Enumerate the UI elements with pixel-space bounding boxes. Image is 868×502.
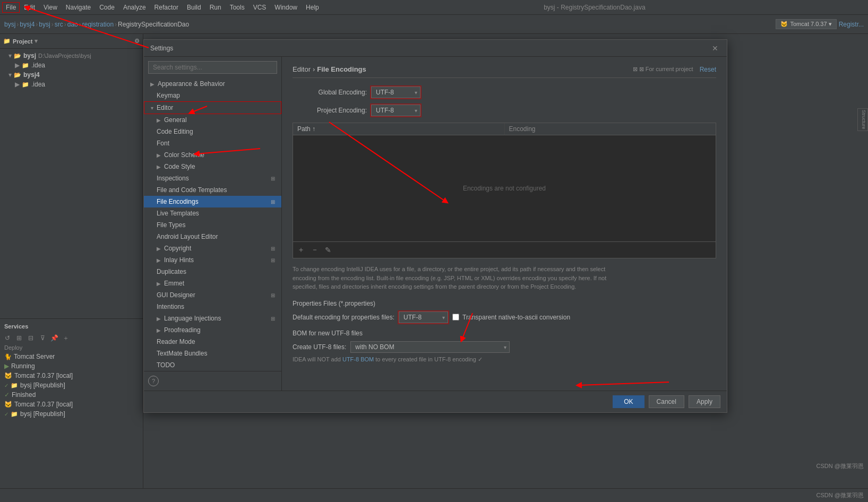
menu-tools[interactable]: Tools (226, 3, 249, 12)
bysj-republish2-item[interactable]: ✓ 📁 bysj [Republish] (0, 409, 143, 419)
nav-android-layout-editor[interactable]: Android Layout Editor (144, 231, 281, 243)
nav-inlay-hints[interactable]: ▶ Inlay Hints ⊞ (144, 254, 281, 266)
breadcrumb-dao[interactable]: dao (67, 21, 78, 28)
global-encoding-select[interactable]: UTF-8 ISO-8859-1 GBK (371, 86, 420, 98)
nav-gui-designer[interactable]: GUI Designer ⊞ (144, 289, 281, 301)
nav-file-code-templates[interactable]: File and Code Templates (144, 184, 281, 196)
menu-help[interactable]: Help (302, 3, 323, 12)
reset-button[interactable]: Reset (700, 66, 716, 73)
settings-search-input[interactable] (148, 61, 277, 74)
pin-icon[interactable]: 📌 (49, 333, 59, 343)
tomcat-server-item[interactable]: 🐈 Tomcat Server (0, 352, 143, 361)
tree-label: .idea (31, 81, 45, 88)
bom-select[interactable]: with NO BOM with BOM (350, 341, 510, 353)
edit-row-button[interactable]: ✎ (323, 245, 333, 255)
dialog-close-button[interactable]: ✕ (710, 43, 720, 54)
project-encoding-select[interactable]: UTF-8 ISO-8859-1 GBK (371, 105, 420, 116)
nav-copyright[interactable]: ▶ Copyright ⊞ (144, 243, 281, 254)
expand-icon: ▶ (15, 62, 20, 69)
nav-intentions[interactable]: Intentions (144, 301, 281, 313)
menu-run[interactable]: Run (205, 3, 226, 12)
table-header: Path ↑ Encoding (293, 123, 716, 135)
finished-item[interactable]: ✓ Finished (0, 390, 143, 400)
nav-label: Proofreading (164, 326, 201, 334)
menu-edit[interactable]: Edit (20, 3, 39, 12)
nav-todo[interactable]: TODO (144, 359, 281, 371)
breadcrumb-bysj4[interactable]: bysj4 (20, 21, 35, 28)
collapse-all-icon[interactable]: ⊟ (25, 333, 36, 343)
settings-search-area (144, 57, 281, 78)
help-button[interactable]: ? (148, 376, 159, 386)
tree-item-bysj4[interactable]: ▾ 📂 bysj4 (0, 70, 143, 80)
nav-font[interactable]: Font (144, 137, 281, 149)
panel-dropdown[interactable]: ▾ (35, 38, 38, 45)
side-tabs: Structure (857, 108, 868, 131)
nav-label: File Encodings (157, 198, 199, 205)
nav-file-types[interactable]: File Types (144, 219, 281, 231)
menu-view[interactable]: View (39, 3, 62, 12)
nav-duplicates[interactable]: Duplicates (144, 266, 281, 278)
menu-analyze[interactable]: Analyze (119, 3, 150, 12)
expand-all-icon[interactable]: ⊞ (14, 333, 24, 343)
breadcrumb-bysj[interactable]: bysj (39, 21, 50, 28)
tree-item-idea-1[interactable]: ▶ 📁 .idea (0, 60, 143, 70)
nav-file-encodings[interactable]: File Encodings ⊞ (144, 196, 281, 207)
nav-proofreading[interactable]: ▶ Proofreading (144, 324, 281, 336)
tomcat1-item[interactable]: 🐱 Tomcat 7.0.37 [local] (0, 371, 143, 380)
tree-item-bysj-root[interactable]: ▾ 📂 bysj D:\JavaProjects\bysj (0, 51, 143, 60)
settings-icon: ⊞ (271, 199, 275, 205)
menu-code[interactable]: Code (95, 3, 119, 12)
nav-inspections[interactable]: Inspections ⊞ (144, 172, 281, 184)
breadcrumb: bysj › bysj4 › bysj › src › dao › regist… (4, 21, 189, 28)
refresh-icon[interactable]: ↺ (2, 333, 13, 343)
panel-settings-icon[interactable]: ⚙ (134, 38, 140, 45)
running-item[interactable]: ▶ Running (0, 361, 143, 371)
nav-textmate-bundles[interactable]: TextMate Bundles (144, 348, 281, 359)
cancel-button[interactable]: Cancel (649, 395, 684, 408)
remove-row-button[interactable]: － (309, 244, 321, 256)
nav-code-style[interactable]: ▶ Code Style (144, 161, 281, 172)
nav-editor[interactable]: ▾ Editor (144, 101, 281, 114)
nav-general[interactable]: ▶ General (144, 114, 281, 126)
transparent-checkbox[interactable] (452, 314, 459, 321)
tomcat2-item[interactable]: 🐱 Tomcat 7.0.37 [local] (0, 400, 143, 409)
breadcrumb-registration[interactable]: registration (82, 21, 114, 28)
nav-label: Keymap (157, 92, 180, 99)
dialog-footer: OK Cancel Apply (144, 391, 727, 412)
ok-button[interactable]: OK (613, 395, 644, 408)
props-encoding-select[interactable]: UTF-8 ISO-8859-1 GBK (399, 311, 448, 323)
tomcat-button[interactable]: 🐱 Tomcat 7.0.37 ▾ (776, 19, 836, 29)
nav-code-editing[interactable]: Code Editing (144, 126, 281, 137)
nav-appearance[interactable]: ▶ Appearance & Behavior (144, 78, 281, 90)
menu-build[interactable]: Build (183, 3, 205, 12)
menu-window[interactable]: Window (270, 3, 302, 12)
breadcrumb-bysj[interactable]: bysj (4, 21, 15, 28)
structure-tab[interactable]: Structure (857, 108, 868, 131)
nav-label: Code Editing (157, 128, 193, 135)
nav-label: TextMate Bundles (157, 350, 207, 357)
filter-icon[interactable]: ⊽ (37, 333, 48, 343)
nav-keymap[interactable]: Keymap (144, 90, 281, 101)
bysj-republish1-item[interactable]: ✓ 📁 bysj [Republish] (0, 380, 143, 390)
for-current-project-link[interactable]: ⊠ ⊠ For current project (633, 66, 693, 73)
breadcrumb-src[interactable]: src (55, 21, 63, 28)
panel-header: 📁 Project ▾ ⚙ (0, 34, 143, 49)
chevron-icon: ▶ (157, 327, 161, 333)
nav-emmet[interactable]: ▶ Emmet (144, 278, 281, 289)
add-icon[interactable]: ＋ (61, 333, 71, 343)
nav-reader-mode[interactable]: Reader Mode (144, 336, 281, 348)
menu-file[interactable]: File (2, 2, 20, 13)
nav-color-scheme[interactable]: ▶ Color Scheme (144, 149, 281, 161)
apply-button[interactable]: Apply (689, 395, 720, 408)
nav-label: Language Injections (164, 315, 221, 322)
menu-vcs[interactable]: VCS (249, 3, 271, 12)
bom-note-link[interactable]: UTF-8 BOM (342, 356, 374, 362)
menu-refactor[interactable]: Refactor (150, 3, 183, 12)
tree-item-idea-2[interactable]: ▶ 📁 .idea (0, 80, 143, 89)
menu-navigate[interactable]: Navigate (62, 3, 95, 12)
project-encoding-row: Project Encoding: UTF-8 ISO-8859-1 GBK (293, 105, 716, 116)
add-row-button[interactable]: ＋ (295, 244, 307, 256)
nav-live-templates[interactable]: Live Templates (144, 207, 281, 219)
nav-language-injections[interactable]: ▶ Language Injections ⊞ (144, 313, 281, 324)
breadcrumb-file[interactable]: RegistrySpecificationDao (118, 21, 189, 28)
